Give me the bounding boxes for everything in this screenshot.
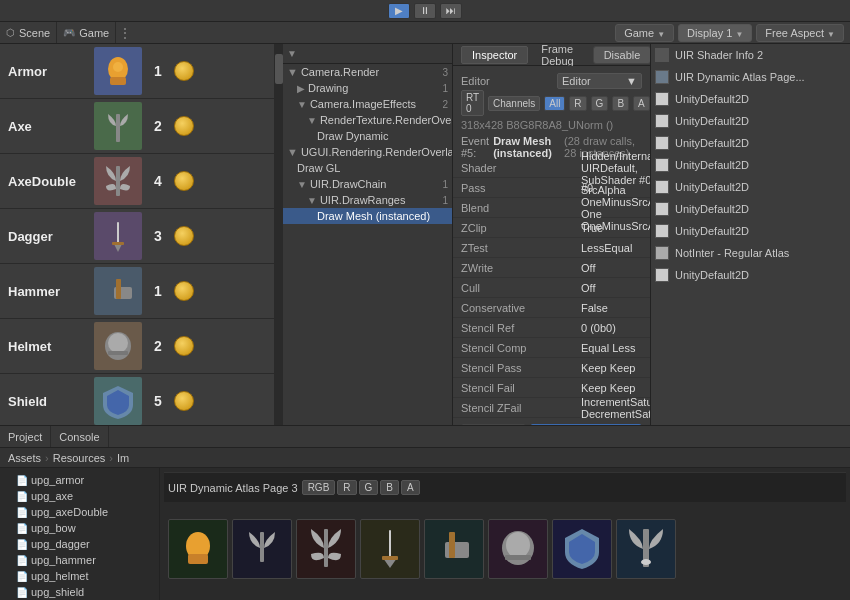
disable-button[interactable]: Disable <box>593 46 650 64</box>
tree-ugui[interactable]: ▼ UGUI.Rendering.RenderOverla 2 <box>283 144 452 160</box>
editor-select[interactable]: Editor ▼ <box>557 73 642 89</box>
tree-item-upg-shield[interactable]: 📄 upg_shield <box>0 584 159 600</box>
tex-item-name: UnityDefault2D <box>675 225 749 237</box>
item-icon-axe <box>94 102 142 150</box>
left-scrollbar[interactable] <box>275 44 283 425</box>
more-menu-button[interactable]: ⋮ <box>118 25 132 41</box>
list-item[interactable]: Armor 1 <box>0 44 274 99</box>
tree-item-upg-hammer[interactable]: 📄 upg_hammer <box>0 552 159 568</box>
tex-list-item[interactable]: UnityDefault2D <box>651 88 850 110</box>
scene-tab-label[interactable]: Scene <box>19 27 50 39</box>
list-item[interactable]: AxeDouble 4 <box>0 154 274 209</box>
tree-uir-drawranges[interactable]: ▼ UIR.DrawRanges 1 <box>283 192 452 208</box>
tree-rendertexture[interactable]: ▼ RenderTexture.RenderOvelrA 2 <box>283 112 452 128</box>
breadcrumb-resources[interactable]: Resources <box>53 452 106 464</box>
tex-list-item[interactable]: UnityDefault2D <box>651 154 850 176</box>
item-count-dagger: 3 <box>148 228 168 244</box>
asset-grid: UIR Dynamic Atlas Page 3 RGB R G B A <box>160 468 850 600</box>
tab-project-label: Project <box>8 431 42 443</box>
tree-draw-mesh[interactable]: Draw Mesh (instanced) <box>283 208 452 224</box>
svg-rect-1 <box>110 77 126 85</box>
asset-thumb[interactable] <box>232 519 292 579</box>
breadcrumb-assets[interactable]: Assets <box>8 452 41 464</box>
coin-axedouble <box>174 171 194 191</box>
tree-item-upg-bow[interactable]: 📄 upg_bow <box>0 520 159 536</box>
tex-list-item[interactable]: UnityDefault2D <box>651 132 850 154</box>
asset-thumb[interactable] <box>360 519 420 579</box>
tex-list-item[interactable]: UnityDefault2D <box>651 110 850 132</box>
prop-key: Conservative <box>461 302 581 314</box>
game-dropdown[interactable]: Game ▼ <box>615 24 674 42</box>
svg-point-10 <box>108 333 128 353</box>
a-button[interactable]: A <box>401 480 420 495</box>
tree-expand-icon: ▼ <box>307 115 317 126</box>
asset-thumb[interactable] <box>168 519 228 579</box>
tex-item-name: UIR Dynamic Atlas Page... <box>675 71 805 83</box>
tex-list-item[interactable]: UnityDefault2D <box>651 264 850 286</box>
next-button[interactable]: ⏭ <box>440 3 462 19</box>
tab-project[interactable]: Project <box>0 426 51 447</box>
list-item[interactable]: Hammer 1 <box>0 264 274 319</box>
list-item[interactable]: Helmet 2 <box>0 319 274 374</box>
asset-thumb[interactable] <box>616 519 676 579</box>
items-list: Armor 1 Axe 2 AxeDouble 4 <box>0 44 274 425</box>
list-item[interactable]: Dagger 3 <box>0 209 274 264</box>
channel-all[interactable]: All <box>544 96 565 111</box>
tex-item-name: UnityDefault2D <box>675 203 749 215</box>
tree-item-upg-axe[interactable]: 📄 upg_axe <box>0 488 159 504</box>
rgb-button[interactable]: RGB <box>302 480 336 495</box>
svg-rect-6 <box>112 242 124 245</box>
tab-console[interactable]: Console <box>51 426 108 447</box>
game-tab-label[interactable]: Game <box>79 27 109 39</box>
play-button[interactable]: ▶ <box>388 3 410 19</box>
svg-rect-19 <box>449 532 455 558</box>
tree-camera-imageeffects[interactable]: ▼ Camera.ImageEffects 2 <box>283 96 452 112</box>
tab-inspector[interactable]: Inspector <box>461 46 528 64</box>
tree-filter-icon: ▼ <box>287 48 297 59</box>
aspect-dropdown[interactable]: Free Aspect ▼ <box>756 24 844 42</box>
prop-val: Keep Keep <box>581 362 642 374</box>
file-tree: 📄 upg_armor 📄 upg_axe 📄 upg_axeDouble 📄 … <box>0 468 160 600</box>
asset-thumb[interactable] <box>552 519 612 579</box>
g-button[interactable]: G <box>359 480 379 495</box>
display-dropdown[interactable]: Display 1 ▼ <box>678 24 752 42</box>
channel-r[interactable]: R <box>569 96 586 111</box>
tree-item-upg-dagger[interactable]: 📄 upg_dagger <box>0 536 159 552</box>
coin-shield <box>174 391 194 411</box>
tex-list-item[interactable]: UIR Dynamic Atlas Page... <box>651 66 850 88</box>
channel-a[interactable]: A <box>633 96 650 111</box>
tex-list-item[interactable]: UIR Shader Info 2 <box>651 44 850 66</box>
tab-console-label: Console <box>59 431 99 443</box>
tex-list-item[interactable]: UnityDefault2D <box>651 220 850 242</box>
pause-button[interactable]: ⏸ <box>414 3 436 19</box>
item-icon-dagger <box>94 212 142 260</box>
tex-list-item[interactable]: NotInter - Regular Atlas <box>651 242 850 264</box>
tree-draw-dynamic[interactable]: Draw Dynamic <box>283 128 452 144</box>
tree-item-upg-axedouble[interactable]: 📄 upg_axeDouble <box>0 504 159 520</box>
tex-swatch <box>655 136 669 150</box>
tex-item-name: UnityDefault2D <box>675 269 749 281</box>
tree-item-label: Camera.ImageEffects <box>310 98 440 110</box>
tree-item-upg-armor[interactable]: 📄 upg_armor <box>0 472 159 488</box>
main-area: Armor 1 Axe 2 AxeDouble 4 <box>0 44 850 425</box>
asset-thumb[interactable] <box>488 519 548 579</box>
tree-camera-render[interactable]: ▼ Camera.Render 3 <box>283 64 452 80</box>
channels-select[interactable]: Channels <box>488 96 540 111</box>
tree-drawing[interactable]: ▶ Drawing 1 <box>283 80 452 96</box>
tree-uir-drawchain[interactable]: ▼ UIR.DrawChain 1 <box>283 176 452 192</box>
b-button[interactable]: B <box>380 480 399 495</box>
tree-draw-gl[interactable]: Draw GL <box>283 160 452 176</box>
channel-g[interactable]: G <box>591 96 609 111</box>
r-button[interactable]: R <box>337 480 356 495</box>
tex-swatch <box>655 70 669 84</box>
tex-list-item[interactable]: UnityDefault2D <box>651 176 850 198</box>
tex-list-item[interactable]: UnityDefault2D <box>651 198 850 220</box>
asset-thumb[interactable] <box>424 519 484 579</box>
list-item[interactable]: Axe 2 <box>0 99 274 154</box>
list-item[interactable]: Shield 5 <box>0 374 274 425</box>
channel-b[interactable]: B <box>612 96 629 111</box>
prop-val: Equal Less <box>581 342 642 354</box>
tree-item-upg-helmet[interactable]: 📄 upg_helmet <box>0 568 159 584</box>
asset-thumb[interactable] <box>296 519 356 579</box>
breadcrumb-im[interactable]: Im <box>117 452 129 464</box>
